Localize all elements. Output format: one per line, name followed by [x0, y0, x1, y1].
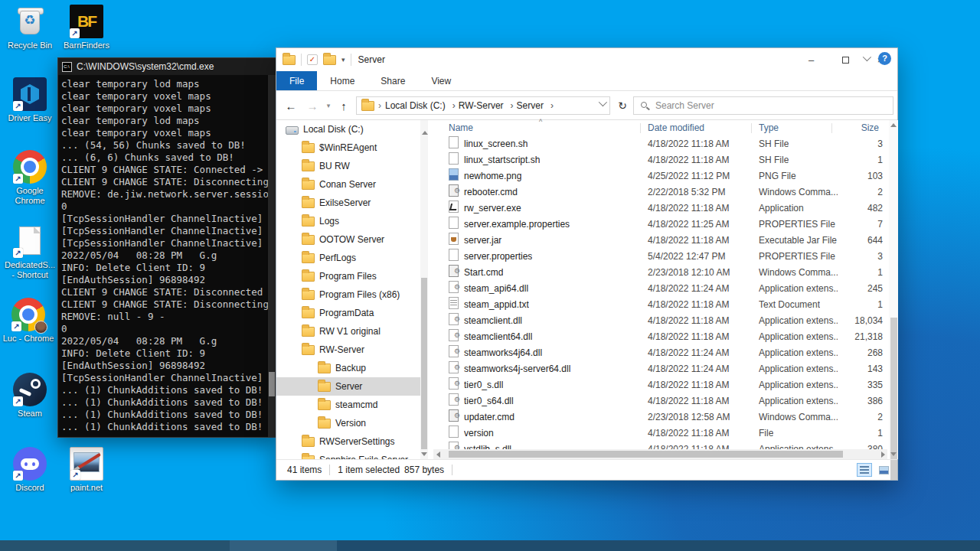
tree-item[interactable]: steamcmd [276, 396, 420, 414]
recent-locations-dropdown[interactable]: ▾ [322, 91, 335, 120]
tree-item[interactable]: Server [276, 377, 420, 396]
column-header-name[interactable]: Name [449, 120, 473, 136]
column-header-date[interactable]: Date modified [648, 120, 704, 136]
file-row[interactable]: linux_startscript.sh 4/18/2022 11:18 AM … [433, 152, 889, 168]
horizontal-scrollbar[interactable] [433, 449, 887, 459]
tree-scroll-down[interactable] [420, 449, 428, 459]
file-name: tier0_s64.dll [464, 393, 514, 409]
breadcrumb-item[interactable]: Server [517, 100, 557, 111]
file-row[interactable]: newhome.png 4/25/2022 11:12 PM PNG File … [433, 168, 889, 184]
scroll-up-icon[interactable] [889, 120, 898, 130]
cmd-titlebar[interactable]: C:\WINDOWS\system32\cmd.exe [58, 58, 276, 75]
desktop-icon[interactable]: Luc - Chrome [2, 298, 54, 344]
file-row[interactable]: steamworks4j64.dll 4/18/2022 11:24 AM Ap… [433, 345, 889, 361]
column-header-size[interactable]: Size [839, 120, 879, 136]
file-row[interactable]: server.example.properties 4/18/2022 11:2… [433, 217, 889, 233]
tree-item[interactable]: Logs [276, 212, 420, 230]
cmd-scrollbar[interactable] [268, 75, 276, 437]
scroll-right-icon[interactable] [878, 449, 887, 459]
explorer-titlebar[interactable]: ✓ ▾ Server – × [276, 48, 897, 71]
maximize-button[interactable] [828, 48, 863, 71]
ribbon-tab[interactable]: Home [317, 71, 368, 90]
file-row[interactable]: steamclient64.dll 4/18/2022 11:18 AM App… [433, 329, 889, 345]
file-row[interactable]: tier0_s.dll 4/18/2022 11:18 AM Applicati… [433, 377, 889, 393]
file-row[interactable]: version 4/18/2022 11:18 AM File 1 [433, 425, 889, 442]
tree-item[interactable]: RWServerSettings [276, 432, 420, 451]
breadcrumb-item[interactable]: RW-Server [459, 100, 517, 111]
scroll-left-icon[interactable] [433, 449, 443, 459]
vertical-scrollbar[interactable] [889, 120, 898, 459]
file-row[interactable]: updater.cmd 2/23/2018 12:58 AM Windows C… [433, 409, 889, 425]
scroll-down-icon[interactable] [889, 449, 898, 459]
desktop-icon[interactable]: DedicatedS... - Shortcut [4, 224, 56, 280]
desktop-icon[interactable]: Steam [4, 373, 56, 419]
tree-scrollbar[interactable] [420, 120, 428, 449]
column-separator[interactable] [831, 123, 832, 133]
up-button[interactable]: ↑ [335, 91, 353, 120]
address-bar[interactable]: › Local Disk (C:) RW-Server Server [356, 96, 610, 115]
file-row[interactable]: steamworks4j-server64.dll 4/18/2022 11:2… [433, 361, 889, 377]
refresh-button[interactable]: ↻ [613, 91, 632, 120]
navigation-bar: ← → ▾ ↑ › Local Disk (C:) RW-Server Serv… [276, 91, 897, 120]
qat-properties-button[interactable]: ✓ [307, 54, 318, 65]
qat-customize-dropdown[interactable]: ▾ [341, 56, 345, 64]
tree-item[interactable]: RW V1 original [276, 322, 420, 341]
ribbon-tab[interactable]: File [276, 71, 317, 90]
column-header-type[interactable]: Type [759, 120, 779, 136]
expand-ribbon-icon[interactable] [863, 53, 871, 61]
desktop-icon[interactable]: paint.net [60, 447, 113, 493]
tree-scrollbar-thumb[interactable] [421, 278, 427, 449]
tree-item[interactable]: Sapphire Exile Server [276, 451, 420, 459]
tree-item[interactable]: Program Files (x86) [276, 285, 420, 304]
search-input[interactable] [634, 97, 893, 114]
ribbon-tab[interactable]: View [418, 71, 464, 90]
tree-item[interactable]: Version [276, 414, 420, 432]
file-row[interactable]: server.jar 4/18/2022 11:18 AM Executable… [433, 233, 889, 249]
tree-item[interactable]: OOTOW Server [276, 230, 420, 249]
tree-item[interactable]: PerfLogs [276, 249, 420, 267]
desktop-icon[interactable]: BF BarnFinders [60, 5, 113, 51]
details-view-button[interactable] [857, 463, 872, 477]
cmd-scrollbar-thumb[interactable] [269, 372, 275, 396]
thumbnails-view-button[interactable] [876, 463, 891, 477]
file-row[interactable]: linux_screen.sh 4/18/2022 11:18 AM SH Fi… [433, 136, 889, 152]
help-icon[interactable]: ? [878, 52, 891, 65]
file-row[interactable]: steam_api64.dll 4/18/2022 11:24 AM Appli… [433, 281, 889, 297]
file-row[interactable]: Start.cmd 2/23/2018 12:10 AM Windows Com… [433, 265, 889, 281]
file-row[interactable]: tier0_s64.dll 4/18/2022 11:18 AM Applica… [433, 393, 889, 409]
tree-item[interactable]: RW-Server [276, 341, 420, 359]
qat-new-folder-button[interactable] [323, 55, 336, 65]
file-row[interactable]: steamclient.dll 4/18/2022 11:18 AM Appli… [433, 313, 889, 329]
tree-item[interactable]: Backup [276, 359, 420, 377]
forward-button[interactable]: → [302, 91, 322, 120]
taskbar[interactable] [0, 540, 980, 551]
column-separator[interactable] [751, 123, 752, 133]
file-row[interactable]: server.properties 5/4/2022 12:47 PM PROP… [433, 249, 889, 265]
breadcrumb-item[interactable]: Local Disk (C:) [385, 100, 459, 111]
desktop-icon[interactable]: Discord [4, 447, 56, 493]
tree-item[interactable]: Local Disk (C:) [276, 120, 420, 139]
minimize-button[interactable]: – [794, 48, 828, 71]
tree-item-label: ProgramData [319, 308, 374, 318]
tree-item[interactable]: ProgramData [276, 304, 420, 322]
desktop-icon[interactable]: Driver Easy [4, 77, 56, 123]
desktop-icon[interactable]: Recycle Bin [4, 5, 56, 51]
column-separator[interactable] [640, 123, 641, 133]
file-type: Application extens... [759, 377, 838, 393]
back-button[interactable]: ← [281, 91, 301, 120]
tree-item[interactable]: $WinREAgent [276, 139, 420, 157]
tree-item[interactable]: BU RW [276, 157, 420, 175]
file-row[interactable]: rw_server.exe 4/18/2022 11:18 AM Applica… [433, 201, 889, 217]
address-dropdown-icon[interactable] [599, 98, 607, 106]
folder-icon [318, 419, 331, 429]
desktop-icon[interactable]: Google Chrome [4, 150, 56, 206]
file-row[interactable]: steam_appid.txt 4/18/2022 11:18 AM Text … [433, 297, 889, 313]
horizontal-scrollbar-thumb[interactable] [449, 451, 843, 458]
tree-item[interactable]: Conan Server [276, 175, 420, 194]
tree-item[interactable]: Program Files [276, 267, 420, 285]
tree-item[interactable]: ExilseServer [276, 194, 420, 212]
ribbon-tab[interactable]: Share [368, 71, 418, 90]
cmd-window: C:\WINDOWS\system32\cmd.exe clear tempor… [57, 57, 276, 438]
file-row[interactable]: rebooter.cmd 2/22/2018 5:32 PM Windows C… [433, 184, 889, 201]
scroll-up-icon[interactable] [422, 120, 428, 131]
